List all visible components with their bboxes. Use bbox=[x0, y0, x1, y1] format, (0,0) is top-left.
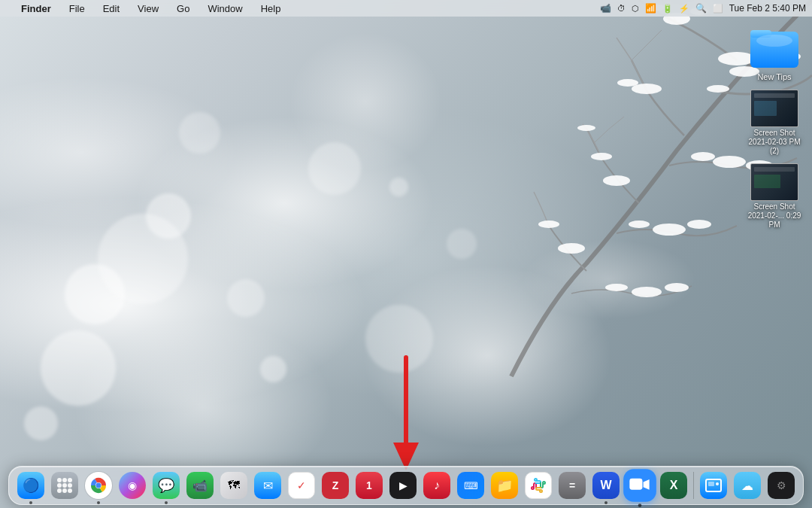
dock-item-maps[interactable]: 🗺 bbox=[218, 470, 250, 501]
dock-item-music[interactable]: ♪ bbox=[421, 470, 453, 501]
dock-item-icloud[interactable]: ☁ bbox=[732, 470, 763, 501]
dock-item-toolbox[interactable]: ⚙ bbox=[765, 470, 797, 501]
dock-dot-zoom bbox=[638, 503, 642, 507]
svg-rect-41 bbox=[629, 479, 642, 490]
svg-point-34 bbox=[68, 483, 72, 488]
dock-item-xcode[interactable]: ⌨ bbox=[455, 470, 486, 501]
dock-dot-chrome bbox=[97, 501, 100, 504]
svg-rect-43 bbox=[708, 482, 714, 486]
dock-item-siri[interactable]: ◉ bbox=[117, 470, 148, 501]
desktop-icons-area: New Tips Screen Shot2021-02-03 PM (2) Sc… bbox=[744, 23, 804, 230]
svg-point-13 bbox=[577, 125, 595, 131]
facetime-icon[interactable]: 📹 bbox=[600, 3, 611, 14]
desktop-icon-screenshot-2[interactable]: Screen Shot2021-02-... 0:29 PM bbox=[744, 163, 804, 230]
screenshot-thumb-2 bbox=[750, 163, 798, 201]
bluetooth-icon[interactable]: ⚡ bbox=[679, 4, 689, 14]
svg-point-32 bbox=[57, 483, 62, 488]
search-icon[interactable]: 🔍 bbox=[695, 3, 707, 14]
screenshot-label-1: Screen Shot2021-02-03 PM (2) bbox=[744, 129, 804, 156]
svg-point-14 bbox=[653, 224, 686, 236]
dock-dot-messages bbox=[165, 501, 168, 504]
svg-point-44 bbox=[716, 482, 719, 485]
svg-point-8 bbox=[713, 156, 746, 168]
dock-item-chrome[interactable] bbox=[83, 470, 114, 501]
dock-item-messages[interactable]: 💬 bbox=[150, 470, 182, 501]
bokeh-9 bbox=[260, 356, 286, 382]
folder-icon-new-tips bbox=[750, 23, 798, 71]
dock-item-screenshot-tool[interactable] bbox=[698, 470, 729, 501]
svg-point-15 bbox=[687, 220, 711, 229]
svg-point-23 bbox=[707, 85, 729, 93]
battery-icon[interactable]: 🔋 bbox=[662, 4, 673, 14]
svg-point-29 bbox=[57, 478, 62, 482]
menubar-file[interactable]: File bbox=[66, 3, 88, 14]
menubar-edit[interactable]: Edit bbox=[100, 3, 123, 14]
menubar-left: Finder File Edit View Go Window Help bbox=[6, 3, 283, 14]
dock-item-folder[interactable]: 📁 bbox=[489, 470, 520, 501]
svg-point-37 bbox=[68, 488, 72, 493]
menubar-right: 📹 ⏱ ⬡ 📶 🔋 ⚡ 🔍 ⬜ Tue Feb 2 5:40 PM bbox=[600, 3, 806, 14]
dock: 🔵 bbox=[8, 466, 804, 505]
screentime-icon[interactable]: ⏱ bbox=[617, 4, 626, 13]
bokeh-8 bbox=[98, 214, 188, 304]
desktop-icon-screenshot-1[interactable]: Screen Shot2021-02-03 PM (2) bbox=[744, 90, 804, 156]
svg-point-17 bbox=[558, 243, 585, 254]
svg-point-33 bbox=[62, 483, 67, 488]
svg-point-40 bbox=[96, 483, 102, 488]
red-arrow bbox=[387, 354, 425, 477]
svg-point-31 bbox=[68, 478, 72, 482]
dock-separator bbox=[693, 472, 694, 499]
dock-dot-word bbox=[604, 501, 607, 504]
dock-item-facetime[interactable]: 📹 bbox=[184, 470, 216, 501]
bokeh-5 bbox=[308, 142, 361, 195]
clock-display: Tue Feb 2 5:40 PM bbox=[729, 3, 806, 14]
menubar-window[interactable]: Window bbox=[205, 3, 245, 14]
svg-point-26 bbox=[756, 35, 792, 47]
bokeh-10 bbox=[179, 112, 220, 154]
dock-item-excel[interactable]: X bbox=[658, 470, 689, 501]
dock-item-zoom[interactable] bbox=[622, 467, 658, 503]
svg-point-9 bbox=[691, 152, 715, 161]
svg-point-30 bbox=[62, 478, 67, 482]
dock-item-appletv[interactable]: ▶ bbox=[387, 470, 419, 501]
svg-point-12 bbox=[591, 153, 612, 160]
dock-item-launchpad[interactable] bbox=[49, 470, 80, 501]
airplay-icon[interactable]: ⬡ bbox=[632, 4, 639, 14]
svg-point-7 bbox=[617, 79, 638, 87]
svg-point-35 bbox=[57, 488, 62, 493]
dock-item-calculator[interactable]: = bbox=[556, 470, 588, 501]
screenshot-thumb-1 bbox=[750, 90, 798, 127]
dock-item-one[interactable]: 1 bbox=[353, 470, 385, 501]
dock-item-word[interactable]: W bbox=[590, 470, 622, 501]
menubar: Finder File Edit View Go Window Help 📹 ⏱… bbox=[0, 0, 812, 17]
dock-item-slack[interactable] bbox=[523, 470, 554, 501]
svg-point-16 bbox=[629, 221, 650, 228]
folder-label-new-tips: New Tips bbox=[757, 72, 791, 82]
svg-point-18 bbox=[538, 221, 559, 228]
screenrecord-icon[interactable]: ⬜ bbox=[713, 4, 723, 14]
dock-item-finder[interactable]: 🔵 bbox=[15, 470, 47, 501]
dock-item-zotero[interactable]: Z bbox=[320, 470, 351, 501]
menubar-go[interactable]: Go bbox=[174, 3, 192, 14]
svg-point-11 bbox=[603, 175, 630, 186]
menubar-view[interactable]: View bbox=[135, 3, 162, 14]
svg-point-20 bbox=[605, 284, 628, 291]
menubar-help[interactable]: Help bbox=[258, 3, 284, 14]
dock-dot-finder bbox=[29, 501, 32, 504]
bokeh-3 bbox=[41, 330, 116, 406]
desktop-icon-new-tips[interactable]: New Tips bbox=[744, 23, 804, 82]
svg-point-19 bbox=[632, 287, 662, 297]
wifi-icon[interactable]: 📶 bbox=[645, 3, 656, 14]
dock-container: 🔵 bbox=[0, 466, 812, 508]
screenshot-label-2: Screen Shot2021-02-... 0:29 PM bbox=[744, 202, 804, 230]
svg-point-36 bbox=[62, 488, 67, 493]
dock-item-mail[interactable]: ✉ bbox=[252, 470, 283, 501]
menubar-app-name[interactable]: Finder bbox=[18, 3, 54, 14]
dock-item-reminders[interactable]: ✓ bbox=[286, 470, 317, 501]
svg-point-6 bbox=[632, 84, 662, 94]
svg-point-21 bbox=[665, 283, 689, 292]
